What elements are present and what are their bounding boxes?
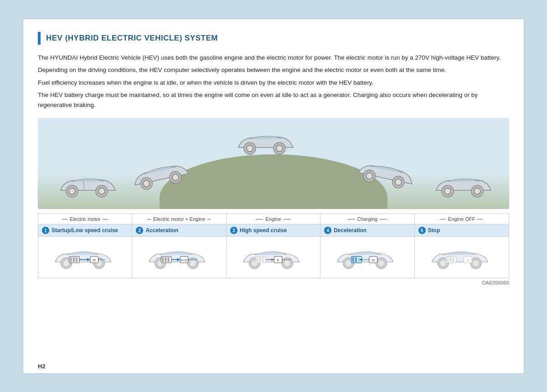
svg-rect-79	[449, 257, 451, 262]
svg-rect-26	[70, 257, 72, 262]
diagram-row: M	[38, 237, 509, 278]
num-badge-3: 3	[230, 227, 237, 234]
num-badge-4: 4	[324, 227, 331, 234]
mode-electric-engine: Electric motor + Engine	[132, 214, 226, 224]
mode-engine: Engine	[227, 214, 320, 224]
label-cell-5: 5 Stop	[415, 224, 509, 236]
mode-bar-row: Electric motor Electric motor + Engine E…	[38, 214, 509, 224]
paragraph-3: Fuel efficiency increases when the engin…	[38, 78, 509, 88]
svg-text:M: M	[372, 258, 375, 262]
footnote: OAE056066	[38, 280, 509, 285]
svg-point-20	[474, 188, 480, 194]
svg-point-3	[98, 188, 105, 194]
car-hill-diagram	[38, 118, 509, 209]
car-1	[56, 170, 120, 202]
svg-point-12	[276, 145, 283, 152]
car-3	[234, 127, 298, 159]
paragraph-4: The HEV battery charge must be maintaine…	[38, 90, 509, 110]
svg-rect-27	[73, 257, 75, 262]
svg-point-18	[444, 188, 451, 194]
svg-point-64	[378, 260, 384, 266]
mode-electric-motor: Electric motor	[38, 214, 132, 224]
svg-point-74	[440, 260, 446, 266]
svg-text:M: M	[466, 258, 470, 262]
num-badge-1: 1	[42, 227, 49, 234]
content-box: HEV (HYBRID ELECTRIC VEHICLE) SYSTEM The…	[23, 19, 524, 374]
diagram-cell-5: M	[415, 237, 509, 278]
svg-point-51	[284, 260, 290, 266]
page-number: H2	[38, 363, 46, 370]
num-badge-5: 5	[418, 227, 426, 234]
diagram-cell-1: M	[38, 237, 132, 278]
svg-rect-40	[162, 257, 164, 262]
label-cell-2: 2 Acceleration	[132, 224, 226, 236]
diagram-cell-3: E	[227, 237, 320, 278]
svg-point-38	[191, 260, 196, 266]
svg-rect-41	[165, 257, 167, 262]
svg-text:E: E	[277, 258, 279, 262]
mode-charging: Charging	[320, 214, 414, 224]
label-cell-4: 4 Deceleration	[320, 224, 414, 236]
svg-rect-80	[452, 257, 454, 262]
svg-rect-55	[262, 257, 263, 262]
svg-point-62	[346, 260, 351, 266]
paragraph-1: The HYUNDAI Hybrid Electric Vehicle (HEV…	[38, 53, 509, 63]
mode-engine-off: Engine OFF	[415, 214, 509, 224]
svg-rect-67	[355, 257, 357, 262]
svg-text:E+M: E+M	[181, 259, 188, 262]
svg-point-22	[63, 260, 69, 266]
svg-point-1	[69, 188, 75, 194]
svg-point-76	[473, 260, 478, 266]
svg-rect-28	[76, 257, 77, 262]
svg-rect-78	[447, 257, 449, 262]
svg-rect-53	[256, 257, 258, 262]
car-5	[432, 170, 495, 202]
svg-rect-42	[168, 257, 170, 262]
svg-rect-54	[259, 257, 261, 262]
diagram-cell-4: M	[320, 237, 414, 278]
diagram-cell-2: E+M	[132, 237, 226, 278]
title-bar: HEV (HYBRID ELECTRIC VEHICLE) SYSTEM	[38, 32, 509, 45]
page-title: HEV (HYBRID ELECTRIC VEHICLE) SYSTEM	[46, 34, 218, 43]
label-cell-1: 1 Startup/Low speed cruise	[38, 224, 132, 236]
label-cell-3: 3 High speed cruise	[227, 224, 320, 236]
svg-text:M: M	[93, 258, 96, 262]
svg-point-10	[247, 145, 253, 152]
title-accent	[38, 32, 41, 45]
paragraph-2: Depending on the driving conditions, the…	[38, 65, 509, 75]
page-container: HEV (HYBRID ELECTRIC VEHICLE) SYSTEM The…	[0, 0, 547, 392]
label-row: 1 Startup/Low speed cruise 2 Acceleratio…	[38, 224, 509, 237]
num-badge-2: 2	[136, 227, 143, 234]
mode-diagram-table: Electric motor Electric motor + Engine E…	[38, 214, 509, 278]
svg-rect-66	[352, 257, 354, 262]
svg-rect-29	[78, 259, 79, 261]
